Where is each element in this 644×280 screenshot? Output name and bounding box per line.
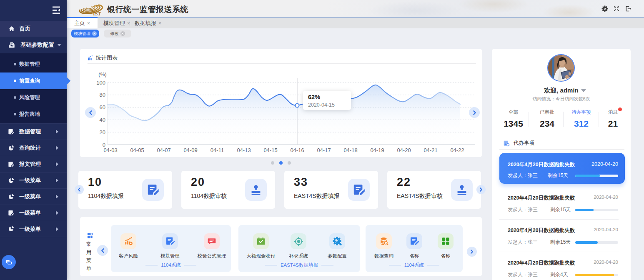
- svg-text:(%): (%): [98, 72, 106, 78]
- svg-text:2020-04-15: 2020-04-15: [308, 102, 335, 108]
- svg-text:IST: IST: [93, 11, 101, 16]
- svg-text:04-18: 04-18: [343, 147, 357, 153]
- svg-text:04-22: 04-22: [450, 147, 464, 153]
- svg-text:40: 40: [100, 117, 105, 123]
- svg-text:04-19: 04-19: [370, 147, 384, 153]
- svg-text:04-09: 04-09: [183, 147, 197, 153]
- svg-text:04-03: 04-03: [103, 147, 117, 153]
- svg-text:62%: 62%: [308, 94, 320, 100]
- svg-text:04-07: 04-07: [157, 147, 170, 153]
- svg-text:04-05: 04-05: [130, 147, 144, 153]
- svg-text:04-21: 04-21: [423, 147, 437, 153]
- svg-text:100: 100: [96, 80, 105, 86]
- svg-text:60: 60: [100, 104, 105, 110]
- svg-text:04-15: 04-15: [263, 147, 277, 153]
- svg-text:04-11: 04-11: [210, 147, 224, 153]
- svg-text:04-13: 04-13: [237, 147, 251, 153]
- svg-text:20: 20: [100, 129, 105, 135]
- svg-text:04-17: 04-17: [317, 147, 331, 153]
- svg-text:04-16: 04-16: [290, 147, 304, 153]
- svg-text:04-20: 04-20: [397, 147, 411, 153]
- svg-text:80: 80: [100, 92, 105, 98]
